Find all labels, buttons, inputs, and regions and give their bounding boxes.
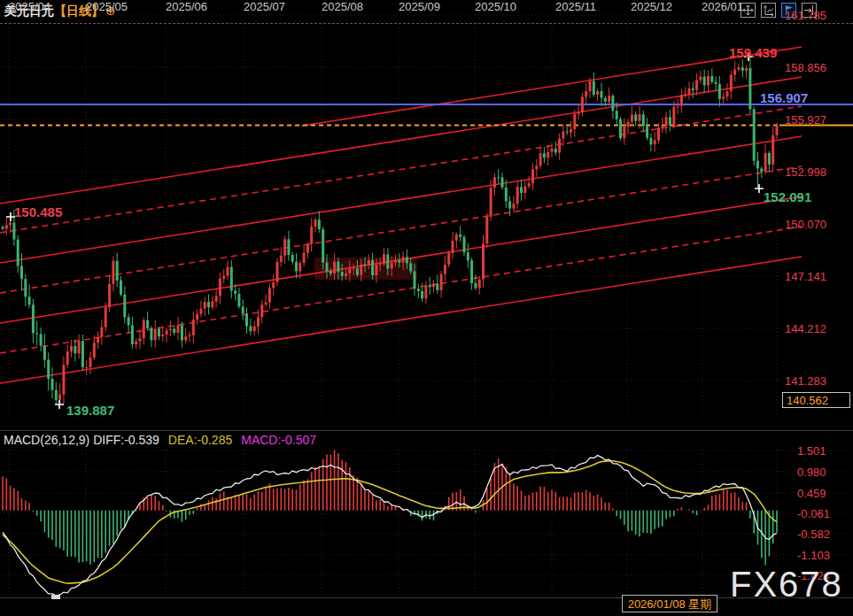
macd-axis-label: -1.103 xyxy=(797,549,830,562)
x-axis-label: 2025/05 xyxy=(86,0,128,13)
price-axis-label: 141.283 xyxy=(785,374,826,388)
macd-axis-label: -0.061 xyxy=(797,507,830,520)
macd-macd-value: MACD:-0.507 xyxy=(241,433,316,447)
macd-axis-label: -0.582 xyxy=(797,527,830,541)
price-axis-label: 147.141 xyxy=(785,270,826,283)
top-border-dashed xyxy=(0,23,853,24)
blue-level-label: 156.907 xyxy=(760,90,808,105)
price-axis-label: 150.070 xyxy=(785,218,826,231)
annotation-low-139887: 139.887 xyxy=(66,403,114,418)
macd-axis-label: 0.980 xyxy=(797,466,826,479)
price-axis-label: 155.927 xyxy=(785,113,826,127)
macd-axis-label: 0.459 xyxy=(797,487,826,500)
x-axis-label: 2025/10 xyxy=(475,0,516,13)
x-axis-label: 2026/01 xyxy=(702,0,743,13)
crosshair-date-box: 2026/01/08 星期四 xyxy=(622,595,717,612)
macd-header: MACD(26,12,9) DIFF:-0.539DEA:-0.285MACD:… xyxy=(4,433,316,447)
macd-axis-label: 1.501 xyxy=(797,444,826,458)
x-axis-label: 2025/12 xyxy=(631,0,672,13)
x-axis-label: 2025/11 xyxy=(555,0,596,13)
price-axis-label: 144.212 xyxy=(785,322,826,335)
price-axis-label: 152.998 xyxy=(785,166,826,179)
x-axis-label: 2025/08 xyxy=(322,0,363,13)
macd-params-diff: MACD(26,12,9) DIFF:-0.539 xyxy=(4,433,159,447)
annotation-high-159439: 159.439 xyxy=(729,45,777,60)
x-axis-label: 2025/07 xyxy=(244,0,285,13)
x-axis-label: 2025/09 xyxy=(399,0,440,13)
crosshair-price-box: 140.562 xyxy=(782,392,850,408)
axis-divider xyxy=(0,597,853,598)
range-scrollbar-handle[interactable] xyxy=(51,595,60,599)
annotation-high-150485: 150.485 xyxy=(14,204,62,219)
x-axis-label: 2025/04 xyxy=(9,0,50,13)
macd-dea-value: DEA:-0.285 xyxy=(168,433,232,447)
annotation-low-152091: 152.091 xyxy=(764,189,811,204)
axis-scale-icon[interactable] xyxy=(761,3,776,18)
watermark-logo: FX678 xyxy=(730,565,843,604)
panel-divider xyxy=(0,430,853,431)
price-and-macd-chart[interactable] xyxy=(0,0,853,616)
price-axis-label: 158.856 xyxy=(785,61,826,74)
chart-window: 美元日元【日线】⊕ 156.907 140.562 150.485 139.88… xyxy=(0,0,853,616)
x-axis-label: 2025/06 xyxy=(166,0,207,13)
price-axis-label: 161.785 xyxy=(785,9,826,22)
